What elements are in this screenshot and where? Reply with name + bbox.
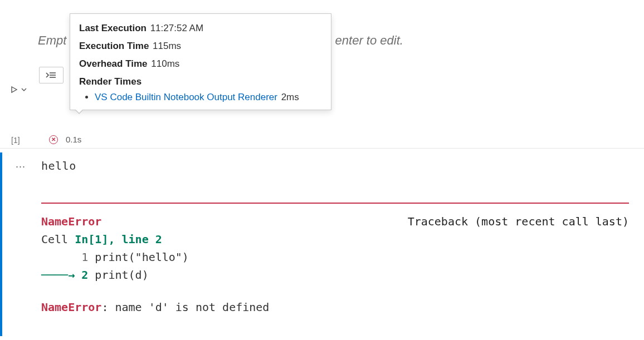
execution-tooltip: Last Execution 11:27:52 AM Execution Tim… [70,13,331,110]
markdown-placeholder-left: Empt [38,33,66,47]
stdout-line: hello [41,159,633,173]
markdown-placeholder-right: enter to edit. [335,33,403,47]
renderer-link[interactable]: VS Code Builtin Notebook Output Renderer [95,92,277,102]
traceback-line-2: ────→ 2 print(d) [41,266,633,284]
traceback-cell-ref: Cell In[1], line 2 [41,230,633,248]
svg-marker-3 [12,87,17,92]
error-divider [41,203,629,204]
execution-duration[interactable]: 0.1s [66,135,81,144]
tooltip-overhead-time: Overhead Time 110ms [79,55,322,73]
tooltip-exec-time: Execution Time 115ms [79,37,322,55]
output-more-actions[interactable]: ··· [16,161,26,173]
tooltip-last-exec: Last Execution 11:27:52 AM [79,19,322,37]
tooltip-renderer-item: VS Code Builtin Notebook Output Renderer… [95,92,322,103]
traceback-final: NameError: name 'd' is not defined [41,298,633,316]
traceback-header: Traceback (most recent call last) [408,213,629,230]
run-dropdown-chevron[interactable] [20,86,28,95]
cell-focus-indicator [0,152,2,336]
goto-cell-button[interactable] [39,67,64,83]
error-name: NameError [41,213,101,230]
tooltip-render-times-label: Render Times [79,73,322,91]
execution-count: [1] [11,136,20,145]
error-status-icon: ✕ [49,135,58,144]
goto-icon [46,71,57,79]
traceback-block: NameError Traceback (most recent call la… [41,213,633,316]
run-cell-button[interactable] [10,86,18,95]
traceback-line-1: 1 print("hello") [41,248,633,266]
cell-output: hello NameError Traceback (most recent c… [41,159,633,316]
